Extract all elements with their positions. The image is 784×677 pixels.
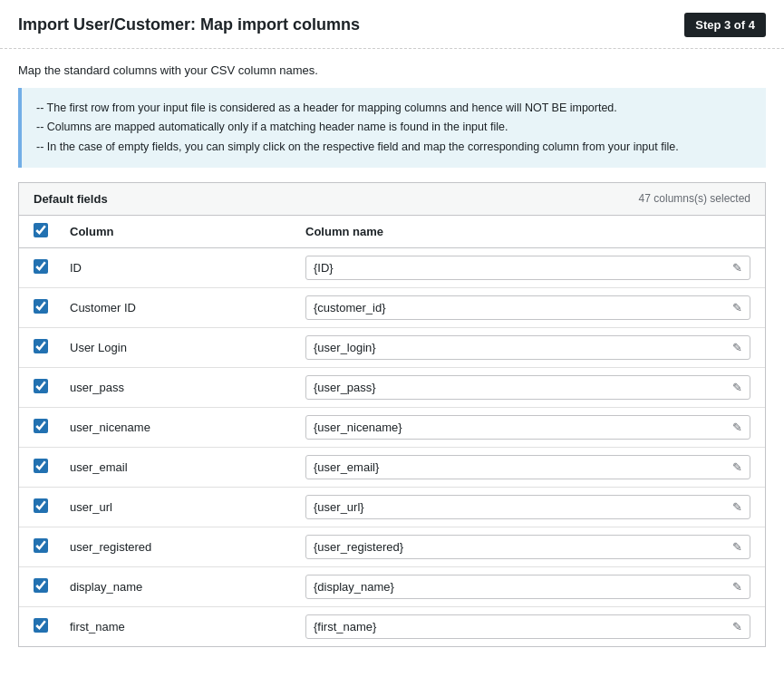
row-value-display_name: {display_name}	[314, 580, 394, 594]
column-header-column: Column	[70, 225, 305, 238]
edit-icon-id[interactable]: ✎	[732, 261, 742, 275]
edit-icon-user_url[interactable]: ✎	[732, 500, 742, 514]
row-checkbox-user_nicename[interactable]	[34, 419, 48, 433]
row-check-cell-id[interactable]	[34, 259, 70, 276]
table-row: user_email {user_email} ✎	[19, 448, 765, 488]
row-label-user_nicename: user_nicename	[70, 421, 305, 434]
row-label-user_login: User Login	[70, 341, 305, 354]
info-box: -- The first row from your input file is…	[18, 88, 766, 168]
row-checkbox-id[interactable]	[34, 259, 48, 274]
row-check-cell-display_name[interactable]	[34, 578, 70, 595]
row-value-user_registered: {user_registered}	[314, 540, 403, 554]
row-checkbox-display_name[interactable]	[34, 578, 48, 593]
row-check-cell-first_name[interactable]	[34, 618, 70, 635]
row-checkbox-user_login[interactable]	[34, 339, 48, 353]
table-row: user_registered {user_registered} ✎	[19, 527, 765, 567]
edit-icon-customer_id[interactable]: ✎	[732, 301, 742, 314]
row-value-customer_id: {customer_id}	[314, 301, 386, 314]
table-row: display_name {display_name} ✎	[19, 567, 765, 607]
table-row: user_url {user_url} ✎	[19, 488, 765, 527]
table-rows: ID {ID} ✎ Customer ID {customer_id} ✎ Us…	[19, 248, 765, 646]
info-line-2: -- Columns are mapped automatically only…	[36, 118, 751, 137]
edit-icon-display_name[interactable]: ✎	[732, 580, 742, 594]
columns-selected-count: 47 columns(s) selected	[639, 192, 750, 205]
row-value-user_email: {user_email}	[314, 460, 379, 474]
row-value-container-user_url[interactable]: {user_url} ✎	[305, 495, 750, 519]
row-check-cell-user_url[interactable]	[34, 498, 70, 516]
row-label-user_pass: user_pass	[70, 381, 305, 394]
row-value-container-user_login[interactable]: {user_login} ✎	[305, 335, 750, 360]
row-checkbox-user_email[interactable]	[34, 459, 48, 473]
section-label: Default fields	[34, 192, 108, 206]
mapping-table: Default fields 47 columns(s) selected Co…	[18, 182, 766, 647]
row-value-user_pass: {user_pass}	[314, 381, 376, 394]
page-description: Map the standard columns with your CSV c…	[0, 49, 784, 88]
row-label-customer_id: Customer ID	[70, 301, 305, 314]
table-row: user_nicename {user_nicename} ✎	[19, 408, 765, 448]
row-value-container-customer_id[interactable]: {customer_id} ✎	[305, 295, 750, 320]
row-value-first_name: {first_name}	[314, 620, 376, 633]
row-check-cell-user_login[interactable]	[34, 339, 70, 356]
page-title: Import User/Customer: Map import columns	[18, 15, 360, 34]
row-value-user_login: {user_login}	[314, 341, 376, 354]
row-label-display_name: display_name	[70, 580, 305, 594]
row-value-container-display_name[interactable]: {display_name} ✎	[305, 575, 750, 599]
row-label-user_registered: user_registered	[70, 540, 305, 554]
row-value-user_nicename: {user_nicename}	[314, 421, 402, 434]
column-headers: Column Column name	[19, 216, 765, 248]
header-check-cell[interactable]	[34, 223, 70, 240]
row-value-user_url: {user_url}	[314, 500, 364, 514]
row-value-container-id[interactable]: {ID} ✎	[305, 256, 750, 280]
edit-icon-user_registered[interactable]: ✎	[732, 540, 742, 554]
row-check-cell-user_email[interactable]	[34, 459, 70, 476]
table-row: User Login {user_login} ✎	[19, 328, 765, 368]
row-value-container-user_pass[interactable]: {user_pass} ✎	[305, 375, 750, 400]
table-row: ID {ID} ✎	[19, 248, 765, 288]
edit-icon-user_nicename[interactable]: ✎	[732, 421, 742, 434]
row-checkbox-first_name[interactable]	[34, 618, 48, 633]
row-value-container-first_name[interactable]: {first_name} ✎	[305, 614, 750, 639]
row-value-container-user_registered[interactable]: {user_registered} ✎	[305, 535, 750, 559]
row-value-container-user_nicename[interactable]: {user_nicename} ✎	[305, 415, 750, 440]
row-checkbox-user_url[interactable]	[34, 498, 48, 513]
edit-icon-first_name[interactable]: ✎	[732, 620, 742, 633]
table-section-wrapper: Default fields 47 columns(s) selected Co…	[18, 182, 766, 647]
row-checkbox-user_pass[interactable]	[34, 379, 48, 393]
table-row: user_pass {user_pass} ✎	[19, 368, 765, 408]
row-check-cell-user_pass[interactable]	[34, 379, 70, 396]
table-section-header: Default fields 47 columns(s) selected	[19, 183, 765, 216]
row-checkbox-customer_id[interactable]	[34, 299, 48, 314]
edit-icon-user_login[interactable]: ✎	[732, 341, 742, 354]
select-all-checkbox[interactable]	[34, 223, 48, 237]
table-row: first_name {first_name} ✎	[19, 607, 765, 646]
step-badge: Step 3 of 4	[684, 13, 766, 37]
page-header: Import User/Customer: Map import columns…	[0, 0, 784, 49]
info-line-3: -- In the case of empty fields, you can …	[36, 138, 751, 157]
page-container: Import User/Customer: Map import columns…	[0, 0, 784, 677]
edit-icon-user_email[interactable]: ✎	[732, 460, 742, 474]
table-row: Customer ID {customer_id} ✎	[19, 288, 765, 328]
row-check-cell-user_nicename[interactable]	[34, 419, 70, 436]
row-checkbox-user_registered[interactable]	[34, 538, 48, 553]
info-line-1: -- The first row from your input file is…	[36, 99, 751, 118]
row-check-cell-customer_id[interactable]	[34, 299, 70, 316]
row-value-id: {ID}	[314, 261, 334, 275]
edit-icon-user_pass[interactable]: ✎	[732, 381, 742, 394]
row-label-first_name: first_name	[70, 620, 305, 633]
row-label-user_url: user_url	[70, 500, 305, 514]
row-label-user_email: user_email	[70, 460, 305, 474]
row-label-id: ID	[70, 261, 305, 275]
row-check-cell-user_registered[interactable]	[34, 538, 70, 556]
row-value-container-user_email[interactable]: {user_email} ✎	[305, 455, 750, 479]
column-header-name: Column name	[305, 225, 750, 238]
